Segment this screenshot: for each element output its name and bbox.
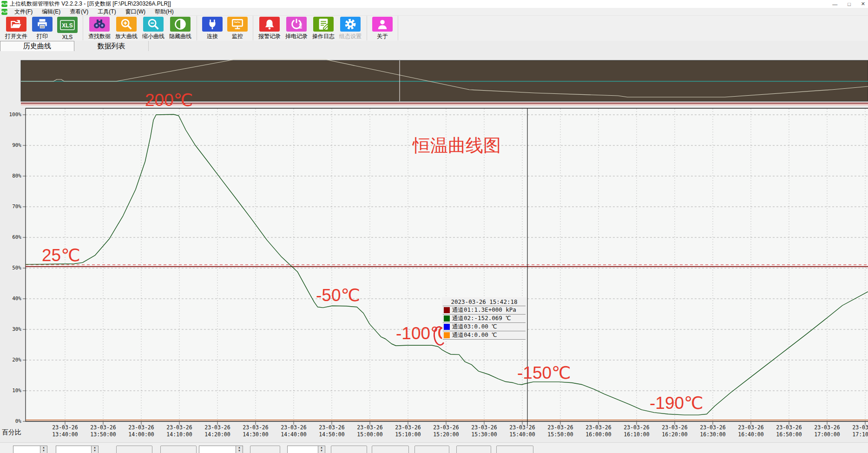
zoom-in-curve-button[interactable]: 放大曲线 (113, 17, 140, 40)
channel-readout: 通道02:-152.069 ℃ (452, 315, 511, 322)
y-axis-tick-label: 20% (0, 357, 21, 363)
chart-title-annotation: 恒温曲线图 (413, 134, 501, 158)
x-axis-tick-label: 23-03-2614:20:00 (198, 424, 237, 438)
operation-log-button[interactable]: 操作日志 (310, 17, 337, 40)
clipped-control-1[interactable]: ▲▼ (56, 446, 99, 453)
menu-item-5[interactable]: 帮助(H) (150, 8, 178, 16)
bell-icon (259, 17, 280, 32)
channel-color-swatch (444, 315, 450, 322)
spinner-icon[interactable]: ▲▼ (40, 446, 47, 453)
temperature-annotation: 25℃ (42, 245, 80, 265)
x-axis-tick-label: 23-03-2615:10:00 (388, 424, 427, 438)
chart-area[interactable]: 100%90%80%70%60%50%40%30%20%10%0% 23-03-… (0, 51, 868, 453)
close-button[interactable]: ✕ (861, 1, 865, 7)
clipped-control-8[interactable] (372, 446, 409, 453)
tooltip-timestamp: 2023-03-26 15:42:18 (443, 298, 526, 306)
y-axis-tick-label: 70% (0, 204, 21, 210)
clipped-control-2[interactable] (116, 446, 152, 453)
clipped-control-0[interactable]: ▲▼ (13, 446, 47, 453)
x-axis-tick-label: 23-03-2615:50:00 (541, 424, 580, 438)
person-icon (372, 17, 393, 32)
x-axis-tick-label: 23-03-2614:50:00 (312, 424, 351, 438)
menu-item-4[interactable]: 窗口(W) (121, 8, 150, 16)
x-axis-tick-label: 23-03-2615:00:00 (350, 424, 389, 438)
toolbar-group: 连接监控 (197, 16, 253, 40)
find-data-button[interactable]: 查找数据 (86, 17, 113, 40)
y-axis-tick-label: 90% (0, 142, 21, 148)
clipped-control-5[interactable] (250, 446, 280, 453)
menu-item-0[interactable]: 文件(F) (10, 8, 37, 16)
x-axis-tick-label: 23-03-2616:30:00 (693, 424, 732, 438)
clipped-control-10[interactable] (456, 446, 491, 453)
alarm-log-button[interactable]: 报警记录 (256, 17, 283, 40)
x-axis-tick-label: 23-03-2615:40:00 (503, 424, 542, 438)
y-axis-tick-label: 60% (0, 234, 21, 240)
title-bar: PLR 上位机数据管理软件 V2.2.2.3 - [历史数据 [F:\PLR\2… (0, 0, 868, 8)
monitor-icon (227, 17, 248, 32)
tooltip-channel-row: 通道03:0.00 ℃ (443, 323, 526, 331)
x-axis-tick-label: 23-03-2616:50:00 (769, 424, 809, 438)
channel-readout: 通道01:1.3E+000 kPa (452, 306, 516, 314)
clipped-control-6[interactable]: ▲▼ (287, 446, 325, 453)
clipped-control-7[interactable] (331, 446, 367, 453)
power-icon (286, 17, 307, 32)
y-axis-tick-label: 30% (0, 326, 21, 332)
tab-data-list[interactable]: 数据列表 (74, 41, 149, 51)
toolbar-group: 查找数据放大曲线缩小曲线隐藏曲线 (83, 16, 197, 40)
toolbar-group: 打开文件打印XLSXLS (0, 16, 83, 40)
tooltip-channel-row: 通道02:-152.069 ℃ (443, 315, 526, 323)
y-axis-tick-label: 10% (0, 387, 21, 394)
temperature-annotation: -190℃ (650, 393, 704, 413)
clipped-control-4[interactable]: ▲▼ (199, 446, 243, 453)
toolbar-label: 放大曲线 (115, 33, 138, 40)
connect-button[interactable]: 连接 (200, 17, 225, 40)
app-window: PLR 上位机数据管理软件 V2.2.2.3 - [历史数据 [F:\PLR\2… (0, 0, 868, 453)
toolbar-label: 关于 (377, 33, 388, 40)
doc-edit-icon (313, 17, 334, 32)
window-title: 上位机数据管理软件 V2.2.2.3 - [历史数据 [F:\PLR\23032… (10, 0, 171, 8)
folder-open-icon (6, 17, 26, 32)
x-axis-tick-label: 23-03-2613:40:00 (46, 424, 85, 438)
channel-readout: 通道04:0.00 ℃ (452, 331, 497, 339)
menu-item-2[interactable]: 查看(V) (65, 8, 93, 16)
y-axis-tick-label: 100% (0, 112, 21, 118)
toolbar-label: 隐藏曲线 (169, 33, 191, 40)
zoom-in-icon (116, 17, 137, 32)
export-xls-button[interactable]: XLSXLS (55, 17, 80, 40)
x-axis-tick-label: 23-03-2616:20:00 (655, 424, 694, 438)
app-logo-icon: PLR (1, 1, 7, 7)
y-axis-tick-label: 0% (0, 418, 21, 424)
toolbar-label: 打开文件 (5, 33, 27, 40)
tab-history-curve[interactable]: 历史曲线 (0, 41, 74, 51)
menu-item-1[interactable]: 编辑(E) (37, 8, 65, 16)
spinner-icon[interactable]: ▲▼ (318, 446, 325, 453)
spinner-icon[interactable]: ▲▼ (236, 446, 243, 453)
x-axis-tick-label: 23-03-2616:00:00 (579, 424, 618, 438)
hide-curve-button[interactable]: 隐藏曲线 (167, 17, 194, 40)
zoom-out-curve-button[interactable]: 缩小曲线 (140, 17, 167, 40)
x-axis-tick-label: 23-03-2613:50:00 (84, 424, 123, 438)
config-settings-button[interactable]: 组态设置 (337, 17, 364, 40)
plug-icon (202, 17, 223, 32)
x-axis-tick-label: 23-03-2615:30:00 (465, 424, 504, 438)
maximize-button[interactable]: □ (848, 1, 851, 7)
clipped-control-11[interactable] (496, 446, 533, 453)
toolbar-label: 打印 (37, 33, 48, 40)
menu-item-3[interactable]: 工具(T) (93, 8, 120, 16)
print-button[interactable]: 打印 (30, 17, 55, 40)
x-axis-tick-label: 23-03-2614:40:00 (274, 424, 313, 438)
open-file-button[interactable]: 打开文件 (3, 17, 30, 40)
minimize-button[interactable]: — (832, 1, 837, 7)
temperature-annotation: -50℃ (316, 285, 360, 305)
clipped-control-9[interactable] (414, 446, 449, 453)
x-axis-tick-label: 23-03-2614:00:00 (122, 424, 161, 438)
tooltip-channel-row: 通道04:0.00 ℃ (443, 331, 526, 340)
power-loss-log-button[interactable]: 掉电记录 (283, 17, 310, 40)
toolbar-label: 缩小曲线 (142, 33, 164, 40)
x-axis-tick-label: 23-03-2614:30:00 (236, 424, 275, 438)
about-button[interactable]: 关于 (370, 17, 395, 40)
monitor-button[interactable]: 监控 (225, 17, 250, 40)
clipped-control-3[interactable] (160, 446, 197, 453)
zoom-out-icon (143, 17, 164, 32)
spinner-icon[interactable]: ▲▼ (91, 446, 98, 453)
